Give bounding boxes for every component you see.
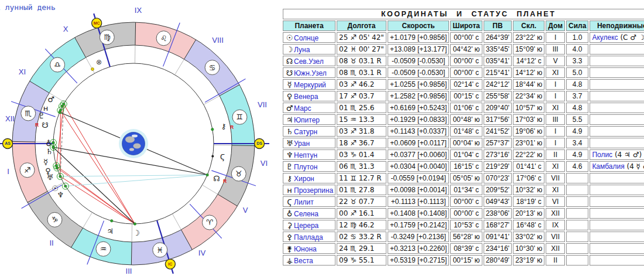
- declination-cell: 10°57' ю: [513, 103, 544, 113]
- house-numeral-VIII: VIII: [212, 36, 224, 45]
- planet-glyph-icon: ⚳: [285, 221, 294, 230]
- pv-cell: 091°41': [484, 232, 512, 242]
- declination-cell: 15°09' ю: [513, 44, 544, 55]
- power-cell: 4.9: [566, 126, 588, 137]
- planet-name-link[interactable]: Церера: [294, 222, 318, 230]
- power-cell: [566, 232, 588, 242]
- wheel-planet-glyph-chiron: ⚷: [221, 122, 227, 131]
- fixed-star-link[interactable]: Акулекс: [592, 33, 618, 42]
- latitude-cell: 01°06' с: [450, 103, 482, 113]
- wheel-planet-glyph-jupiter: ♃: [107, 227, 114, 236]
- table-row: ♄Сатурн03 ♐ 31.8+0.1143 [+0.0337]01°48' …: [283, 126, 644, 137]
- fixed-star-info: (4 ♃ ♂): [612, 151, 642, 159]
- planet-name-link[interactable]: Паллада: [294, 233, 323, 241]
- speed-cell: +13.089 [+13.177]: [388, 44, 449, 55]
- speed-cell: +1.0255 [+0.9856]: [388, 79, 449, 90]
- wheel-planet-glyph-neptune: ♆: [57, 190, 64, 199]
- speed-cell: -0.0509 [-0.0530]: [388, 56, 449, 66]
- planet-name-link[interactable]: Солнце: [294, 34, 318, 42]
- power-cell: 3.4: [566, 138, 588, 148]
- house-numeral-II: II: [49, 239, 53, 247]
- declination-cell: 14°12' с: [513, 56, 544, 66]
- latitude-cell: 02°14' с: [450, 79, 482, 90]
- planet-name-link[interactable]: Сатурн: [294, 128, 317, 136]
- latitude-cell: 05°05' ю: [450, 173, 482, 183]
- speed-cell: +0.5319 [+0.2715]: [388, 255, 449, 266]
- house-cell: XI: [546, 161, 565, 172]
- planet-name-link[interactable]: Луна: [294, 46, 310, 54]
- planet-name-link[interactable]: Нептун: [294, 151, 317, 159]
- pv-cell: 215°41': [484, 67, 512, 78]
- planet-name-link[interactable]: Уран: [294, 140, 310, 148]
- fixed-star-link[interactable]: Полис: [592, 151, 612, 159]
- planet-name-link[interactable]: Юпитер: [294, 116, 320, 124]
- power-cell: [566, 208, 588, 219]
- longitude-cell: 01 ♏ 27.8: [337, 185, 386, 195]
- planet-name-link[interactable]: Хирон: [294, 175, 314, 183]
- house-cell: II: [546, 149, 565, 160]
- planet-cell: ☉Солнце: [283, 32, 335, 43]
- pv-cell: 273°16': [484, 149, 512, 160]
- wheel-planet-glyph-mercury: ☿: [43, 158, 48, 166]
- sign-boundary: [12, 141, 35, 142]
- sign-glyph-icon: ♌: [160, 34, 167, 43]
- table-row: ♃Юпитер15 ♒ 13.3+0.1929 [+0.0833]00°48' …: [283, 114, 644, 125]
- table-row: ☋Южн.Узел08 ♏ 03.1 R-0.0509 [-0.0530]00°…: [283, 67, 644, 78]
- fortune-icon: ⊗: [96, 58, 102, 66]
- power-cell: 1.0: [566, 32, 588, 43]
- power-cell: 4.9: [566, 149, 588, 160]
- planet-glyph-icon: ⚵: [285, 244, 294, 253]
- planet-name-link[interactable]: Марс: [294, 104, 311, 113]
- wheel-planet-glyph-pluto: ♇: [38, 111, 45, 120]
- pv-cell: 317°56': [484, 114, 512, 125]
- house-cell: XII: [546, 243, 565, 254]
- column-header-7: Сила: [566, 21, 588, 31]
- fortune-dot: [91, 68, 94, 71]
- fixed-star-cell: [590, 67, 644, 78]
- latitude-cell: 00°00' с: [450, 32, 482, 43]
- power-cell: 4.0: [566, 44, 588, 55]
- planet-name-link[interactable]: Селена: [294, 210, 318, 218]
- planet-name-link[interactable]: Лилит: [294, 198, 314, 206]
- planet-cell: ♅Уран: [283, 138, 335, 148]
- planet-dot-n_node: [206, 173, 208, 176]
- fixed-star-cell: [590, 232, 644, 242]
- planet-coordinates-table: КООРДИНАТЫ И СТАТУС ПЛАНЕТ ПланетаДолгот…: [282, 8, 644, 267]
- planet-name-link[interactable]: Веста: [294, 257, 313, 265]
- planet-name-link[interactable]: Юнона: [294, 245, 317, 253]
- speed-cell: +0.1929 [+0.0833]: [388, 114, 449, 125]
- sign-glyph-icon: ♍: [104, 33, 111, 42]
- latitude-cell: 10°53' с: [450, 220, 482, 230]
- earth-continent: [133, 144, 141, 149]
- aspect-line-cyan: [60, 175, 207, 177]
- speed-cell: +0.0377 [+0.0060]: [388, 149, 449, 160]
- planet-name-link[interactable]: Сев.Узел: [294, 57, 324, 66]
- planet-name-link[interactable]: Венера: [294, 93, 318, 101]
- planet-glyph-icon: ☉: [285, 33, 294, 42]
- declination-cell: 01°41' с: [513, 161, 544, 172]
- sign-glyph-icon: ♉: [235, 169, 242, 178]
- planet-glyph-icon: ⚶: [285, 256, 294, 265]
- planet-name-link[interactable]: Меркурий: [294, 81, 326, 89]
- power-cell: [566, 255, 588, 266]
- declination-cell: 23°19' ю: [513, 255, 544, 266]
- sign-boundary: [232, 145, 255, 146]
- longitude-cell: 06 ♏ 31.3: [337, 161, 386, 172]
- latitude-cell: 56°28' ю: [450, 232, 482, 242]
- fixed-star-cell: [590, 44, 644, 55]
- speed-cell: +0.6169 [+0.5243]: [388, 103, 449, 113]
- planet-glyph-icon: ♇: [285, 162, 294, 171]
- planet-name-link[interactable]: Прозерпина: [294, 186, 333, 195]
- latitude-cell: 01°48' с: [450, 126, 482, 137]
- table-row: ☊Сев.Узел08 ♉ 03.1 R-0.0509 [-0.0530]00°…: [283, 56, 644, 66]
- planet-name-link[interactable]: Южн.Узел: [294, 69, 327, 77]
- declination-cell: 10°30' ю: [513, 243, 544, 254]
- planet-name-link[interactable]: Плутон: [294, 163, 317, 171]
- sign-boundary-inner: [86, 57, 95, 73]
- speed-cell: +0.1759 [+0.2142]: [388, 220, 449, 230]
- power-cell: 3.3: [566, 56, 588, 66]
- earth-continent: [125, 137, 135, 143]
- sign-boundary-inner: [135, 45, 135, 63]
- fixed-star-link[interactable]: Камбалия: [592, 162, 624, 171]
- planet-cell: ⚵Юнона: [283, 243, 335, 254]
